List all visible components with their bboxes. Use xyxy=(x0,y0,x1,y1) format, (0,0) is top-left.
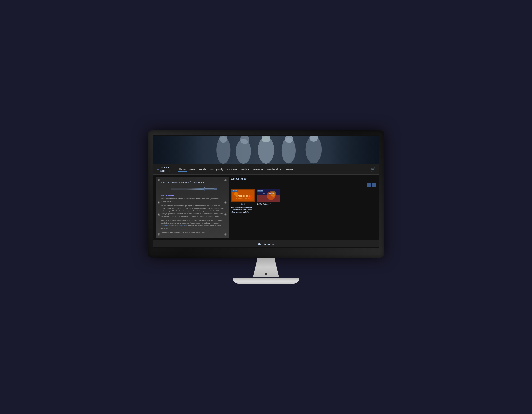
nav-item-discography[interactable]: Discography xyxy=(208,167,225,172)
bolt-mid-left-top xyxy=(158,201,160,204)
navbar: ✛ STEEL SHOCK Home News Band Discography… xyxy=(153,164,379,174)
nav-links: Home News Band Discography Concerts Medi… xyxy=(178,167,369,172)
sword-image xyxy=(161,186,224,192)
merchandise-title: Merchandise xyxy=(258,243,274,246)
logo-line2: SHOCK xyxy=(160,169,171,173)
monitor-logo xyxy=(265,273,267,275)
nav-item-band[interactable]: Band xyxy=(198,167,208,172)
bolt-mid-left-bottom xyxy=(158,213,160,216)
monitor-stand-base xyxy=(233,279,299,284)
monitor: ✛ STEEL SHOCK Home News Band Discography… xyxy=(148,130,384,284)
main-content: Welcome to the website of Steel Shock xyxy=(153,174,379,240)
hero-banner xyxy=(153,136,379,164)
nav-item-reviews[interactable]: Reviews xyxy=(251,167,265,172)
welcome-closing: Keep safe, keep it METAL and Shock That … xyxy=(161,231,224,234)
nav-item-contact[interactable]: Contact xyxy=(283,167,295,172)
news-dot-indicator xyxy=(231,203,255,205)
svg-point-26 xyxy=(248,195,253,200)
panel-inner: Welcome to the website of Steel Shock xyxy=(159,180,226,235)
welcome-title: Welcome to the website of Steel Shock xyxy=(161,181,224,184)
bolt-mid-right-top xyxy=(224,201,227,204)
news-card-1-image: Buy Now STEEL SHOCK FOR METAL TO BATTLE xyxy=(231,189,255,202)
greeting-heading: Hailz Shockerz, xyxy=(161,194,224,197)
svg-point-25 xyxy=(234,192,238,196)
news-card-2-image: All News STEEL SHOCK xyxy=(257,189,280,202)
svg-rect-13 xyxy=(329,136,379,164)
svg-marker-18 xyxy=(164,189,166,189)
monitor-bezel: ✛ STEEL SHOCK Home News Band Discography… xyxy=(148,130,384,258)
news-prev-button[interactable]: ‹ xyxy=(367,183,371,187)
logo-line1: STEEL xyxy=(160,166,170,169)
welcome-panel: Welcome to the website of Steel Shock xyxy=(156,177,229,238)
news-card-2-title: Rolling full speed xyxy=(257,203,280,206)
website: ✛ STEEL SHOCK Home News Band Discography… xyxy=(153,136,379,248)
svg-rect-12 xyxy=(153,136,203,164)
logo-icon: ✛ xyxy=(157,167,159,171)
svg-rect-16 xyxy=(206,188,215,190)
youtube-link[interactable]: Youtube xyxy=(179,224,185,227)
news-navigation: ‹ › xyxy=(231,183,376,187)
bolt-bottom-left xyxy=(158,233,160,236)
merchandise-bar: Merchandise xyxy=(153,240,379,248)
bolt-top-left xyxy=(158,179,160,182)
news-next-button[interactable]: › xyxy=(372,183,376,187)
bolt-bottom-right xyxy=(224,233,227,236)
svg-rect-15 xyxy=(204,187,206,191)
bolt-mid-right-bottom xyxy=(224,213,227,216)
nav-item-merchandise[interactable]: Merchandise xyxy=(266,167,283,172)
news-card-2[interactable]: All News STEEL SHOCK Roll xyxy=(257,189,280,206)
facebook-link[interactable]: Facebook xyxy=(161,224,168,227)
news-panel: Latest News ‹ › Buy Now xyxy=(231,177,376,238)
nav-item-home[interactable]: Home xyxy=(178,167,187,172)
nav-item-news[interactable]: News xyxy=(188,167,197,172)
svg-text:FOR METAL TO BATTLE: FOR METAL TO BATTLE xyxy=(237,198,250,199)
svg-point-17 xyxy=(214,188,217,191)
welcome-paragraph2: We are a bunch of friends that got toget… xyxy=(161,204,224,218)
news-dot-2 xyxy=(244,203,245,205)
news-dot-1 xyxy=(241,203,243,205)
monitor-screen: ✛ STEEL SHOCK Home News Band Discography… xyxy=(152,135,380,248)
news-cards-container: Buy Now STEEL SHOCK FOR METAL TO BATTLE xyxy=(231,189,376,214)
news-card-1[interactable]: Buy Now STEEL SHOCK FOR METAL TO BATTLE xyxy=(231,189,255,214)
panel-border: Welcome to the website of Steel Shock xyxy=(156,177,229,238)
logo-area[interactable]: ✛ STEEL SHOCK xyxy=(157,166,173,172)
nav-item-concerts[interactable]: Concerts xyxy=(226,167,239,172)
nav-item-media[interactable]: Media xyxy=(239,167,251,172)
news-card-1-label: Buy Now xyxy=(232,190,238,192)
news-card-1-title: Pre-order our debut album 'For Metal To … xyxy=(231,206,255,214)
news-card-2-label: All News xyxy=(257,190,263,192)
svg-text:STEEL SHOCK: STEEL SHOCK xyxy=(263,192,275,194)
news-title: Latest News xyxy=(231,177,376,181)
hero-band-image xyxy=(153,136,379,164)
welcome-paragraph1: Welcome to the new website of old-school… xyxy=(161,198,224,203)
welcome-paragraph3: So if you're in for an old-school true h… xyxy=(161,219,224,230)
sword-svg xyxy=(164,185,221,193)
svg-text:STEEL SHOCK: STEEL SHOCK xyxy=(237,195,250,197)
cart-icon[interactable]: 🛒 xyxy=(371,167,375,172)
bolt-top-right xyxy=(224,179,227,182)
logo-container: STEEL SHOCK xyxy=(160,166,171,172)
